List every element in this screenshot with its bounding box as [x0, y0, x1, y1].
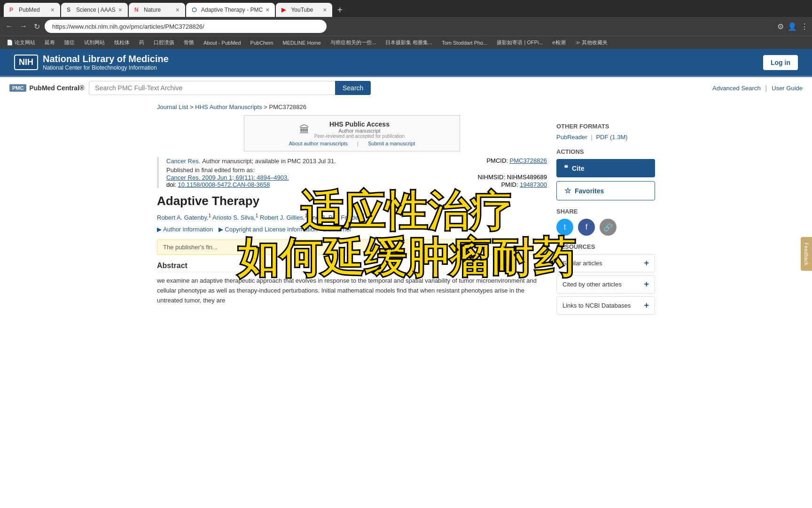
search-input[interactable]	[89, 81, 335, 95]
journal-link[interactable]: Cancer Res.	[166, 158, 200, 165]
bookmark-xianlita[interactable]: 线粒体	[111, 38, 133, 47]
extensions-icon[interactable]: ⚙	[777, 22, 784, 31]
links-divider: |	[765, 84, 767, 92]
cited-by-item[interactable]: Cited by other articles +	[556, 275, 655, 294]
tab-nature[interactable]: N Nature ×	[129, 3, 185, 17]
new-tab-button[interactable]: +	[333, 5, 346, 16]
bookmark-suizheng[interactable]: 随症	[62, 38, 78, 47]
nature-favicon: N	[134, 7, 141, 13]
facebook-share-button[interactable]: f	[578, 219, 595, 236]
journal-list-link[interactable]: Journal List	[157, 103, 188, 111]
bookmark-guge[interactable]: 骨骼	[181, 38, 197, 47]
url-display: https://www.ncbi.nlm.nih.gov/pmc/article…	[52, 23, 204, 30]
tab-youtube-label: YouTube	[291, 7, 320, 13]
ncbi-links-label: Links to NCBI Databases	[562, 302, 631, 309]
cite-button[interactable]: ❝ Cite	[556, 159, 655, 177]
reload-button[interactable]: ↻	[32, 20, 42, 33]
bookmark-lunwen[interactable]: 📄 论文网站	[4, 38, 38, 47]
bookmark-yao[interactable]: 药	[136, 38, 147, 47]
publisher-notice-text: The publisher's fin...	[163, 244, 218, 251]
profile-icon[interactable]: 👤	[788, 22, 797, 31]
bookmark-ejiance[interactable]: e检测	[550, 38, 569, 47]
pubreader-link[interactable]: PubReader	[556, 134, 587, 141]
breadcrumb: Journal List > HHS Author Manuscripts > …	[157, 103, 655, 111]
hhs-link2[interactable]: Submit a manuscript	[368, 141, 415, 146]
hhs-shield-icon: 🏛	[299, 124, 310, 136]
bookmark-pubmed[interactable]: About - PubMed	[201, 39, 244, 47]
meta-right: PMCID: PMC3728826	[486, 157, 547, 165]
search-button[interactable]: Search	[335, 81, 371, 95]
bookmark-kouqiang[interactable]: 口腔溃疡	[151, 38, 177, 47]
meta-left: Cancer Res. Author manuscript; available…	[166, 157, 336, 165]
page-layout: 🏛 HHS Public Access Author manuscript Pe…	[157, 115, 655, 318]
login-button[interactable]: Log in	[763, 55, 798, 70]
abstract-section: Abstract we examine an adaptive therapeu…	[157, 262, 547, 305]
tab-science[interactable]: S Science | AAAS ×	[61, 3, 128, 17]
tab-youtube[interactable]: ▶ YouTube ×	[276, 3, 332, 17]
back-button[interactable]: ←	[4, 20, 15, 32]
forward-button[interactable]: →	[18, 20, 29, 32]
author-4[interactable]: B. Roy Frieden	[321, 214, 362, 221]
bookmark-pubchem[interactable]: PubChem	[248, 39, 276, 47]
tab-pmc[interactable]: ⬡ Adaptive Therapy - PMC ×	[186, 3, 275, 17]
pubmed-favicon: P	[9, 7, 16, 13]
author-2[interactable]: Ariosto S. Silva,	[212, 214, 256, 221]
twitter-icon: t	[564, 223, 566, 231]
similar-articles-item[interactable]: Similar articles +	[556, 254, 655, 272]
address-bar-row: ← → ↻ https://www.ncbi.nlm.nih.gov/pmc/a…	[0, 17, 812, 36]
menu-icon[interactable]: ⋮	[801, 22, 808, 31]
bookmark-photography[interactable]: 摄影如寄语 | OFPi...	[494, 38, 546, 47]
tab-youtube-close[interactable]: ×	[323, 6, 327, 14]
format-links: PubReader | PDF (1.3M)	[556, 134, 655, 141]
resources-title: RESOURCES	[556, 243, 655, 250]
star-icon: ☆	[564, 186, 571, 195]
ncbi-links-plus: +	[644, 301, 649, 310]
article-title: Adaptive Therapy	[157, 194, 547, 208]
bookmark-cancer[interactable]: 与癌症相关的一些...	[328, 38, 379, 47]
author-info-link[interactable]: ▶ Author information	[157, 226, 213, 233]
hhs-title: HHS Public Access	[314, 120, 405, 128]
published-journal-link[interactable]: Cancer Res. 2009 Jun 1; 69(11): 4894–490…	[166, 174, 289, 181]
article-meta: Cancer Res. Author manuscript; available…	[157, 157, 547, 188]
address-bar[interactable]: https://www.ncbi.nlm.nih.gov/pmc/article…	[45, 20, 327, 33]
hhs-links: About author manuscripts | Submit a manu…	[289, 141, 415, 146]
bookmark-yanshou[interactable]: 延寿	[42, 38, 58, 47]
doi-value[interactable]: 10.1158/0008-5472.CAN-08-3658	[178, 181, 270, 188]
disclaimer-link[interactable]: Disclaimer	[323, 226, 351, 233]
author-3[interactable]: Robert J. Gillies,	[260, 214, 304, 221]
hhs-text: HHS Public Access Author manuscript Peer…	[314, 120, 405, 139]
author-3-sup: 1	[304, 213, 307, 218]
advanced-search-link[interactable]: Advanced Search	[712, 85, 761, 92]
copy-link-button[interactable]: 🔗	[600, 219, 617, 236]
similar-articles-plus: +	[644, 258, 649, 268]
published-detail-row: Cancer Res. 2009 Jun 1; 69(11): 4894–490…	[166, 174, 547, 181]
publisher-notice: The publisher's fin...	[157, 239, 547, 255]
author-1[interactable]: Robert A. Gatenby,	[157, 214, 209, 221]
hhs-link1[interactable]: About author manuscripts	[289, 141, 348, 146]
pmc-favicon: ⬡	[192, 7, 198, 13]
bookmark-more[interactable]: ≫ 其他收藏夹	[572, 38, 610, 47]
hhs-link-sep: |	[357, 141, 359, 146]
hhs-manuscripts-link[interactable]: HHS Author Manuscripts	[195, 103, 262, 111]
ncbi-links-item[interactable]: Links to NCBI Databases +	[556, 296, 655, 315]
bookmark-tom[interactable]: Tom Stoddart Pho...	[439, 39, 490, 47]
nih-badge: NIH	[14, 55, 38, 70]
tab-nature-close[interactable]: ×	[176, 6, 180, 14]
bookmark-japan-photo[interactable]: 日本摄影集 相册集...	[383, 38, 435, 47]
user-guide-link[interactable]: User Guide	[772, 85, 803, 92]
pmcid-value[interactable]: PMC3728826	[510, 157, 547, 164]
tab-pubmed-close[interactable]: ×	[51, 6, 55, 14]
tab-science-close[interactable]: ×	[118, 6, 122, 14]
tab-pmc-close[interactable]: ×	[265, 6, 269, 14]
pdf-link[interactable]: PDF (1.3M)	[596, 134, 627, 141]
bookmark-medline[interactable]: MEDLINE Home	[280, 39, 323, 47]
tab-pubmed[interactable]: P PubMed ×	[4, 3, 60, 17]
bookmark-shiji[interactable]: 试剂网站	[81, 38, 108, 47]
copyright-link[interactable]: ▶ Copyright and License information	[219, 226, 318, 233]
abstract-text: we examine an adaptive therapeutic appro…	[157, 276, 547, 305]
twitter-share-button[interactable]: t	[556, 219, 573, 236]
pmid-value[interactable]: 19487300	[520, 181, 547, 188]
feedback-button[interactable]: Feedback	[801, 237, 812, 271]
favorites-button[interactable]: ☆ Favorites	[556, 181, 655, 200]
hhs-banner: 🏛 HHS Public Access Author manuscript Pe…	[244, 115, 460, 151]
